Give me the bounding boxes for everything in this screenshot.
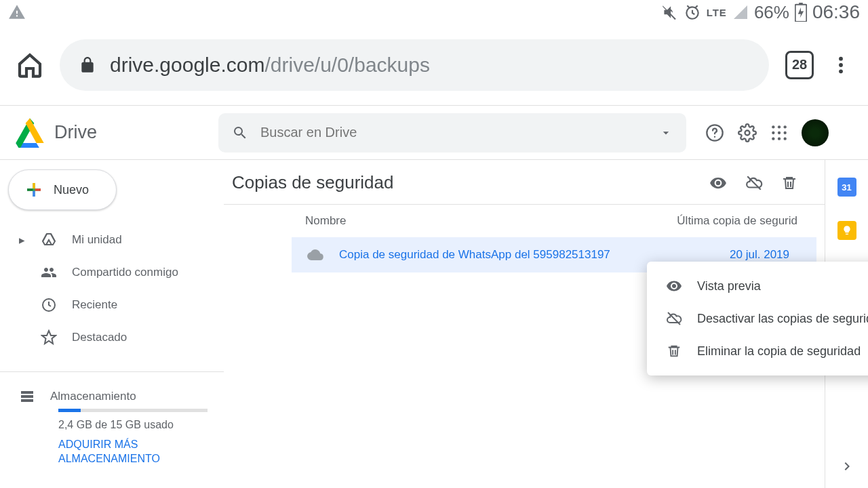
search-box[interactable]	[218, 113, 686, 152]
dropdown-icon[interactable]	[659, 126, 673, 140]
help-icon[interactable]	[705, 123, 724, 142]
storage-progress	[58, 409, 208, 412]
url-bar[interactable]: drive.google.com/drive/u/0/backups	[60, 39, 769, 91]
cm-delete-backup[interactable]: Eliminar la copia de seguridad	[647, 335, 868, 367]
nav-item-label: Reciente	[72, 298, 117, 312]
storage-used-text: 2,4 GB de 15 GB usado	[58, 419, 205, 431]
people-icon	[41, 264, 57, 281]
android-status-bar: LTE 66% 06:36	[0, 0, 868, 24]
drive-header: Drive	[0, 106, 868, 160]
new-button[interactable]: Nuevo	[8, 169, 117, 210]
svg-rect-21	[21, 399, 33, 402]
calendar-app-icon[interactable]: 31	[837, 178, 856, 197]
keep-app-icon[interactable]	[837, 221, 856, 240]
backup-date: 20 jul. 2019	[730, 248, 789, 262]
main-content: Copias de seguridad Nombre Última copia …	[224, 160, 825, 488]
cm-preview[interactable]: Vista previa	[647, 270, 868, 302]
main-header: Copias de seguridad	[224, 172, 825, 205]
sidebar: Nuevo ▸ Mi unidad Compartido conmigo Rec…	[0, 160, 224, 488]
search-icon	[232, 125, 248, 141]
trash-icon	[666, 343, 682, 359]
chrome-toolbar: drive.google.com/drive/u/0/backups 28	[0, 24, 868, 106]
cloud-off-icon	[666, 310, 682, 327]
svg-point-8	[745, 130, 750, 135]
svg-rect-19	[21, 391, 33, 394]
eye-icon	[666, 278, 682, 294]
clock-time: 06:36	[812, 1, 860, 23]
context-menu: Vista previa Desactivar las copias de se…	[647, 262, 868, 375]
lock-icon	[79, 55, 96, 75]
storage-section: Almacenamiento 2,4 GB de 15 GB usado ADQ…	[0, 371, 224, 466]
storage-upgrade-link[interactable]: ADQUIRIR MÁS ALMACENAMIENTO	[58, 438, 205, 466]
nav-recent[interactable]: Reciente	[0, 289, 224, 321]
cm-item-label: Desactivar las copias de seguridad	[697, 312, 868, 326]
warning-icon	[8, 3, 26, 21]
apps-icon[interactable]	[770, 124, 788, 142]
svg-point-11	[784, 125, 787, 128]
caret-right-icon: ▸	[19, 233, 26, 247]
url-domain: drive.google.com	[110, 54, 264, 76]
search-input[interactable]	[260, 125, 647, 140]
svg-point-7	[714, 136, 715, 137]
nav-my-drive[interactable]: ▸ Mi unidad	[0, 224, 224, 256]
chevron-right-icon[interactable]	[839, 458, 855, 474]
svg-point-15	[772, 137, 774, 140]
clock-icon	[41, 297, 57, 313]
mute-icon	[660, 3, 678, 21]
new-button-label: Nuevo	[54, 183, 89, 197]
cm-disable-backup[interactable]: Desactivar las copias de seguridad	[647, 302, 868, 335]
battery-percentage: 66%	[754, 2, 789, 23]
signal-icon	[732, 4, 749, 20]
tab-switcher[interactable]: 28	[785, 51, 814, 79]
svg-point-4	[839, 63, 843, 67]
svg-point-9	[772, 125, 774, 128]
star-icon	[41, 329, 57, 346]
svg-rect-2	[799, 3, 803, 5]
drive-icon	[41, 232, 57, 248]
svg-point-12	[772, 131, 774, 134]
account-avatar[interactable]	[802, 119, 829, 146]
alarm-icon	[684, 3, 701, 21]
page-title: Copias de seguridad	[232, 172, 394, 193]
cm-item-label: Vista previa	[697, 279, 761, 293]
svg-point-17	[784, 137, 787, 140]
cloud-off-icon[interactable]	[745, 174, 764, 192]
svg-point-3	[839, 56, 843, 60]
backup-name: Copia de seguridad de WhatsApp del 59598…	[339, 248, 730, 262]
svg-point-5	[839, 69, 843, 73]
nav-shared[interactable]: Compartido conmigo	[0, 256, 224, 289]
preview-icon[interactable]	[709, 174, 727, 192]
svg-point-13	[778, 131, 781, 134]
nav-item-label: Compartido conmigo	[72, 266, 178, 279]
nav-item-label: Mi unidad	[72, 233, 122, 247]
svg-rect-20	[21, 395, 33, 398]
col-name[interactable]: Nombre	[305, 214, 677, 228]
drive-app-name: Drive	[54, 122, 97, 143]
cm-item-label: Eliminar la copia de seguridad	[697, 344, 861, 359]
nav-item-label: Destacado	[72, 331, 127, 344]
url-text: drive.google.com/drive/u/0/backups	[110, 54, 430, 77]
cloud-icon	[305, 247, 326, 263]
svg-point-16	[778, 137, 781, 140]
lte-indicator: LTE	[707, 7, 727, 18]
delete-icon[interactable]	[781, 174, 797, 192]
home-icon[interactable]	[16, 52, 43, 79]
col-last-backup[interactable]: Última copia de segurid	[677, 214, 797, 228]
column-headers: Nombre Última copia de segurid	[224, 205, 825, 237]
storage-label: Almacenamiento	[50, 390, 136, 403]
svg-point-14	[784, 131, 787, 134]
more-icon[interactable]	[830, 52, 852, 79]
drive-logo[interactable]: Drive	[14, 118, 210, 148]
storage-icon	[19, 388, 35, 405]
url-path: /drive/u/0/backups	[264, 54, 429, 76]
battery-charging-icon	[795, 3, 807, 22]
svg-point-10	[778, 125, 781, 128]
settings-icon[interactable]	[738, 123, 757, 142]
nav-starred[interactable]: Destacado	[0, 321, 224, 354]
